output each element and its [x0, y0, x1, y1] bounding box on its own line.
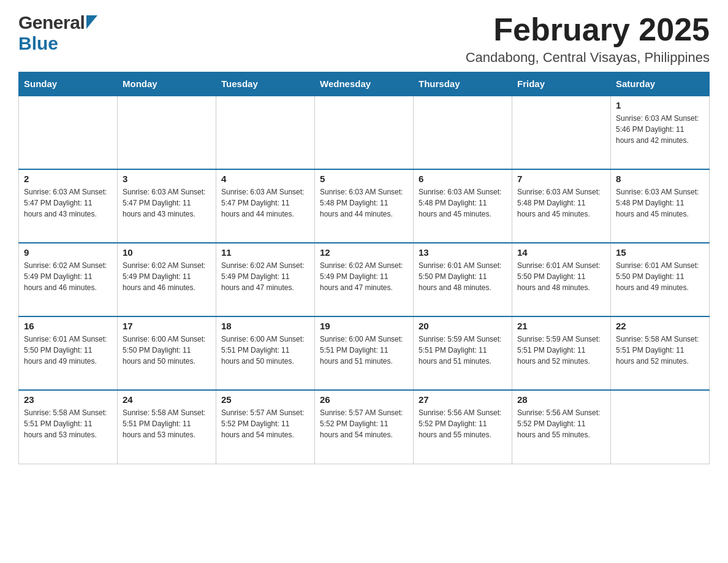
day-info: Sunrise: 6:03 AM Sunset: 5:48 PM Dayligh… [517, 186, 605, 220]
day-info: Sunrise: 5:57 AM Sunset: 5:52 PM Dayligh… [221, 407, 309, 440]
table-row: 13Sunrise: 6:01 AM Sunset: 5:50 PM Dayli… [414, 243, 512, 316]
table-row [315, 96, 414, 169]
day-info: Sunrise: 6:01 AM Sunset: 5:50 PM Dayligh… [517, 260, 605, 293]
table-row: 5Sunrise: 6:03 AM Sunset: 5:48 PM Daylig… [315, 169, 414, 243]
day-number: 14 [517, 247, 605, 258]
day-info: Sunrise: 6:03 AM Sunset: 5:48 PM Dayligh… [320, 186, 408, 220]
table-row: 10Sunrise: 6:02 AM Sunset: 5:49 PM Dayli… [118, 243, 216, 316]
day-info: Sunrise: 6:01 AM Sunset: 5:50 PM Dayligh… [616, 260, 704, 293]
table-row: 7Sunrise: 6:03 AM Sunset: 5:48 PM Daylig… [512, 169, 611, 243]
day-number: 7 [517, 174, 605, 184]
calendar-header-row: Sunday Monday Tuesday Wednesday Thursday… [19, 72, 710, 96]
day-number: 1 [616, 100, 704, 110]
day-info: Sunrise: 6:03 AM Sunset: 5:47 PM Dayligh… [24, 186, 112, 220]
month-year-title: February 2025 [466, 12, 710, 47]
day-info: Sunrise: 6:00 AM Sunset: 5:50 PM Dayligh… [123, 334, 211, 367]
logo-arrow-icon [85, 17, 97, 29]
table-row: 4Sunrise: 6:03 AM Sunset: 5:47 PM Daylig… [216, 169, 315, 243]
day-number: 20 [419, 321, 507, 331]
day-number: 6 [419, 174, 507, 184]
day-info: Sunrise: 6:03 AM Sunset: 5:48 PM Dayligh… [419, 186, 507, 220]
day-info: Sunrise: 6:02 AM Sunset: 5:49 PM Dayligh… [221, 260, 309, 293]
day-info: Sunrise: 5:59 AM Sunset: 5:51 PM Dayligh… [517, 334, 605, 367]
day-number: 15 [616, 247, 704, 258]
table-row [414, 96, 512, 169]
day-info: Sunrise: 5:58 AM Sunset: 5:51 PM Dayligh… [616, 334, 704, 367]
day-info: Sunrise: 6:02 AM Sunset: 5:49 PM Dayligh… [320, 260, 408, 293]
location-subtitle: Candabong, Central Visayas, Philippines [466, 50, 710, 66]
day-number: 17 [123, 321, 211, 331]
day-number: 21 [517, 321, 605, 331]
table-row: 26Sunrise: 5:57 AM Sunset: 5:52 PM Dayli… [315, 390, 414, 464]
day-info: Sunrise: 5:58 AM Sunset: 5:51 PM Dayligh… [24, 407, 112, 440]
svg-marker-0 [86, 15, 97, 29]
table-row: 8Sunrise: 6:03 AM Sunset: 5:48 PM Daylig… [611, 169, 710, 243]
day-info: Sunrise: 6:03 AM Sunset: 5:48 PM Dayligh… [616, 186, 704, 220]
page-header: General Blue February 2025 Candabong, Ce… [18, 12, 710, 66]
day-info: Sunrise: 6:02 AM Sunset: 5:49 PM Dayligh… [123, 260, 211, 293]
day-number: 3 [123, 174, 211, 184]
table-row: 2Sunrise: 6:03 AM Sunset: 5:47 PM Daylig… [19, 169, 118, 243]
calendar-week-row: 23Sunrise: 5:58 AM Sunset: 5:51 PM Dayli… [19, 390, 710, 464]
title-block: February 2025 Candabong, Central Visayas… [466, 12, 710, 66]
day-info: Sunrise: 5:59 AM Sunset: 5:51 PM Dayligh… [419, 334, 507, 367]
day-info: Sunrise: 6:02 AM Sunset: 5:49 PM Dayligh… [24, 260, 112, 293]
table-row: 20Sunrise: 5:59 AM Sunset: 5:51 PM Dayli… [414, 316, 512, 390]
header-tuesday: Tuesday [216, 72, 315, 96]
table-row: 14Sunrise: 6:01 AM Sunset: 5:50 PM Dayli… [512, 243, 611, 316]
day-info: Sunrise: 6:03 AM Sunset: 5:47 PM Dayligh… [221, 186, 309, 220]
day-number: 11 [221, 247, 309, 258]
calendar-table: Sunday Monday Tuesday Wednesday Thursday… [18, 72, 710, 464]
table-row: 18Sunrise: 6:00 AM Sunset: 5:51 PM Dayli… [216, 316, 315, 390]
header-thursday: Thursday [414, 72, 512, 96]
table-row: 6Sunrise: 6:03 AM Sunset: 5:48 PM Daylig… [414, 169, 512, 243]
day-info: Sunrise: 6:00 AM Sunset: 5:51 PM Dayligh… [320, 334, 408, 367]
calendar-week-row: 16Sunrise: 6:01 AM Sunset: 5:50 PM Dayli… [19, 316, 710, 390]
calendar-week-row: 1Sunrise: 6:03 AM Sunset: 5:46 PM Daylig… [19, 96, 710, 169]
day-info: Sunrise: 6:01 AM Sunset: 5:50 PM Dayligh… [419, 260, 507, 293]
day-number: 9 [24, 247, 112, 258]
header-saturday: Saturday [611, 72, 710, 96]
table-row [118, 96, 216, 169]
day-number: 13 [419, 247, 507, 258]
table-row: 27Sunrise: 5:56 AM Sunset: 5:52 PM Dayli… [414, 390, 512, 464]
day-number: 23 [24, 394, 112, 405]
table-row: 21Sunrise: 5:59 AM Sunset: 5:51 PM Dayli… [512, 316, 611, 390]
day-info: Sunrise: 5:56 AM Sunset: 5:52 PM Dayligh… [517, 407, 605, 440]
table-row: 17Sunrise: 6:00 AM Sunset: 5:50 PM Dayli… [118, 316, 216, 390]
day-number: 8 [616, 174, 704, 184]
table-row: 12Sunrise: 6:02 AM Sunset: 5:49 PM Dayli… [315, 243, 414, 316]
day-number: 18 [221, 321, 309, 331]
day-number: 2 [24, 174, 112, 184]
table-row: 16Sunrise: 6:01 AM Sunset: 5:50 PM Dayli… [19, 316, 118, 390]
day-number: 12 [320, 247, 408, 258]
day-info: Sunrise: 5:57 AM Sunset: 5:52 PM Dayligh… [320, 407, 408, 440]
header-monday: Monday [118, 72, 216, 96]
table-row: 25Sunrise: 5:57 AM Sunset: 5:52 PM Dayli… [216, 390, 315, 464]
table-row: 9Sunrise: 6:02 AM Sunset: 5:49 PM Daylig… [19, 243, 118, 316]
day-info: Sunrise: 6:01 AM Sunset: 5:50 PM Dayligh… [24, 334, 112, 367]
day-number: 19 [320, 321, 408, 331]
table-row: 1Sunrise: 6:03 AM Sunset: 5:46 PM Daylig… [611, 96, 710, 169]
logo-blue-text: Blue [18, 33, 58, 53]
day-info: Sunrise: 6:00 AM Sunset: 5:51 PM Dayligh… [221, 334, 309, 367]
day-info: Sunrise: 6:03 AM Sunset: 5:46 PM Dayligh… [616, 113, 704, 146]
table-row [512, 96, 611, 169]
table-row: 22Sunrise: 5:58 AM Sunset: 5:51 PM Dayli… [611, 316, 710, 390]
logo: General Blue [18, 12, 98, 54]
day-number: 5 [320, 174, 408, 184]
table-row [19, 96, 118, 169]
logo-general-text: General [18, 12, 85, 33]
table-row: 3Sunrise: 6:03 AM Sunset: 5:47 PM Daylig… [118, 169, 216, 243]
table-row: 15Sunrise: 6:01 AM Sunset: 5:50 PM Dayli… [611, 243, 710, 316]
table-row: 19Sunrise: 6:00 AM Sunset: 5:51 PM Dayli… [315, 316, 414, 390]
day-number: 28 [517, 394, 605, 405]
header-sunday: Sunday [19, 72, 118, 96]
day-number: 10 [123, 247, 211, 258]
day-number: 26 [320, 394, 408, 405]
day-number: 24 [123, 394, 211, 405]
day-number: 27 [419, 394, 507, 405]
table-row: 24Sunrise: 5:58 AM Sunset: 5:51 PM Dayli… [118, 390, 216, 464]
day-number: 25 [221, 394, 309, 405]
day-info: Sunrise: 5:56 AM Sunset: 5:52 PM Dayligh… [419, 407, 507, 440]
